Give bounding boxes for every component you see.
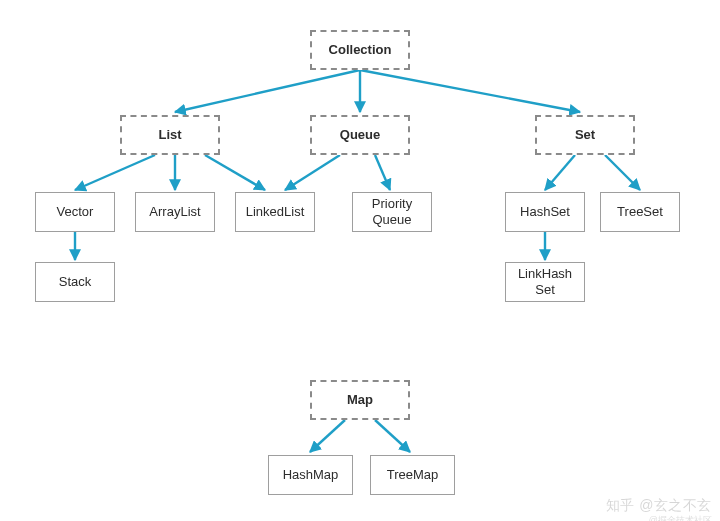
node-treemap: TreeMap (370, 455, 455, 495)
edge-collection-set (360, 70, 580, 112)
diagram-canvas: Collection List Queue Set Vector ArrayLi… (0, 0, 720, 521)
edge-set-hashset (545, 155, 575, 190)
node-treeset: TreeSet (600, 192, 680, 232)
node-label: LinkHashSet (518, 266, 572, 297)
node-map: Map (310, 380, 410, 420)
node-hashset: HashSet (505, 192, 585, 232)
node-linkhashset: LinkHashSet (505, 262, 585, 302)
node-label: PriorityQueue (372, 196, 412, 227)
edge-queue-linkedlist (285, 155, 340, 190)
edges-layer (0, 0, 720, 521)
node-queue: Queue (310, 115, 410, 155)
node-linkedlist: LinkedList (235, 192, 315, 232)
edge-map-hashmap (310, 420, 345, 452)
watermark-sub-text: @掘金技术社区 (649, 515, 712, 521)
node-set: Set (535, 115, 635, 155)
node-list: List (120, 115, 220, 155)
node-label: Collection (329, 42, 392, 58)
node-arraylist: ArrayList (135, 192, 215, 232)
node-label: HashMap (283, 467, 339, 483)
node-label: Stack (59, 274, 92, 290)
node-label: Map (347, 392, 373, 408)
node-label: TreeMap (387, 467, 439, 483)
node-label: LinkedList (246, 204, 305, 220)
edge-list-vector (75, 155, 155, 190)
node-label: TreeSet (617, 204, 663, 220)
node-label: List (158, 127, 181, 143)
watermark-sub: @掘金技术社区 (649, 514, 712, 521)
watermark: 知乎 @玄之不玄 (606, 497, 712, 515)
edge-queue-priorityqueue (375, 155, 390, 190)
edge-collection-list (175, 70, 360, 112)
node-label: Queue (340, 127, 380, 143)
watermark-text: 知乎 @玄之不玄 (606, 497, 712, 513)
node-collection: Collection (310, 30, 410, 70)
node-label: HashSet (520, 204, 570, 220)
edge-list-linkedlist (205, 155, 265, 190)
edge-set-treeset (605, 155, 640, 190)
node-label: Vector (57, 204, 94, 220)
node-label: ArrayList (149, 204, 200, 220)
node-vector: Vector (35, 192, 115, 232)
node-hashmap: HashMap (268, 455, 353, 495)
node-stack: Stack (35, 262, 115, 302)
node-priorityqueue: PriorityQueue (352, 192, 432, 232)
node-label: Set (575, 127, 595, 143)
edge-map-treemap (375, 420, 410, 452)
